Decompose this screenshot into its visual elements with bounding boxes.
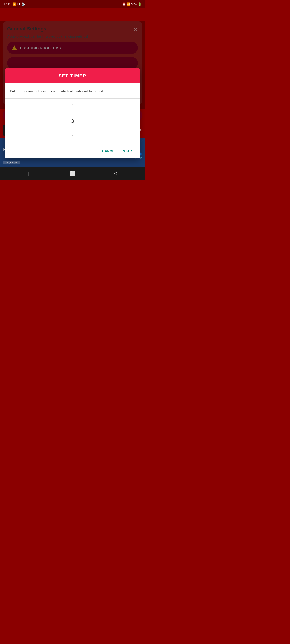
nav-bar: ||| ⬜ < (0, 168, 145, 180)
signal2-icon: 📡 (22, 2, 25, 6)
close-ad-icon: ✕ (141, 140, 143, 143)
cancel-button[interactable]: CANCEL (101, 148, 118, 155)
back-nav-button[interactable]: < (112, 169, 119, 178)
modal-title: SET TIMER (10, 73, 135, 78)
ad-vind-label: vind je expert (3, 160, 20, 164)
menu-nav-button[interactable]: ||| (27, 169, 34, 178)
status-bar-left: 17:11 📶 🖼 📡 (4, 2, 25, 6)
modal-overlay: SET TIMER Enter the amount of minutes af… (0, 22, 145, 109)
wifi-icon: 📶 (127, 2, 130, 6)
picker-item-4[interactable]: 4 (5, 129, 140, 144)
minute-picker[interactable]: 2 3 4 (5, 98, 140, 144)
background-content: ✕ General Settings Audio playback can be… (0, 22, 145, 109)
picker-item-3[interactable]: 3 (5, 113, 140, 129)
status-bar-right: ⏰ 📶 96% 🔋 (122, 2, 141, 6)
battery-icon: 🔋 (138, 2, 141, 6)
modal-body: Enter the amount of minutes after which … (5, 84, 140, 94)
modal-actions: CANCEL START (5, 144, 140, 158)
image-icon: 🖼 (17, 2, 20, 6)
battery-level: 96% (131, 2, 137, 6)
alarm-icon: ⏰ (122, 2, 126, 6)
start-button[interactable]: START (122, 148, 135, 155)
time-display: 17:11 (4, 2, 11, 6)
status-bar: 17:11 📶 🖼 📡 ⏰ 📶 96% 🔋 (0, 0, 145, 8)
set-timer-modal: SET TIMER Enter the amount of minutes af… (5, 68, 140, 158)
home-nav-button[interactable]: ⬜ (68, 169, 77, 178)
signal-icon: 📶 (12, 2, 16, 6)
modal-description: Enter the amount of minutes after which … (10, 89, 135, 94)
modal-header: SET TIMER (5, 68, 140, 84)
picker-item-2[interactable]: 2 (5, 98, 140, 113)
